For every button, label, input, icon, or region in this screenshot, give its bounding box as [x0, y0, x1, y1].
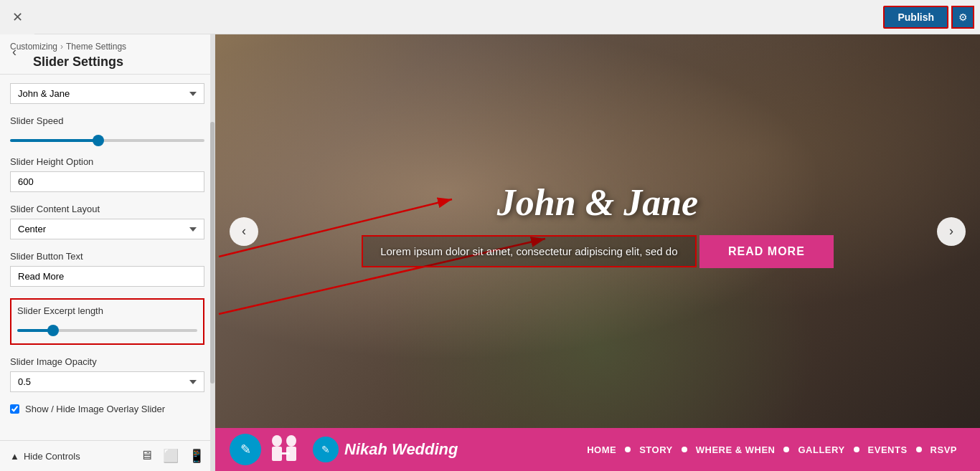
publish-button[interactable]: Publish	[883, 6, 948, 29]
hero-slider: ‹ John & Jane Lorem ipsum dolor sit amet…	[215, 34, 980, 428]
hide-controls-label: Hide Controls	[24, 451, 80, 462]
show-overlay-section: Show / Hide Image Overlay Slider	[10, 404, 204, 414]
svg-point-5	[286, 435, 296, 447]
slider-image-opacity-dropdown[interactable]: 0.10.20.30.4 0.5 0.60.70.80.91.0	[10, 371, 204, 392]
hero-title: John & Jane	[362, 181, 834, 224]
nav-link-story[interactable]: STORY	[631, 444, 682, 455]
sidebar-scrollbar-thumb	[210, 122, 215, 384]
nav-dot-4	[854, 447, 859, 452]
slider-image-opacity-label: Slider Image Opacity	[10, 356, 204, 367]
nav-dot-5	[916, 447, 922, 452]
hero-background: ‹ John & Jane Lorem ipsum dolor sit amet…	[215, 34, 980, 428]
slider-content-layout-section: Slider Content Layout Center Left Right	[10, 204, 204, 239]
slider-image-opacity-section: Slider Image Opacity 0.10.20.30.4 0.5 0.…	[10, 356, 204, 392]
preview-area: ‹ John & Jane Lorem ipsum dolor sit amet…	[215, 34, 980, 471]
main-layout: ‹ Customizing › Theme Settings Slider Se…	[0, 34, 980, 471]
nav-link-home[interactable]: HOME	[578, 444, 625, 455]
nav-gallery-label: GALLERY	[798, 444, 844, 455]
hero-read-more-button[interactable]: Read More	[699, 235, 834, 268]
slider-content-layout-label: Slider Content Layout	[10, 204, 204, 214]
hero-excerpt-box: Lorem ipsum dolor sit amet, consectetur …	[362, 235, 696, 267]
top-bar: ✕ Publish ⚙	[0, 0, 980, 34]
nav-rsvp-label: RSVP	[930, 444, 957, 455]
nav-dot-1	[625, 447, 631, 452]
nav-logo-icon2[interactable]: ✎	[313, 437, 339, 462]
slider-button-text-section: Slider Button Text	[10, 251, 204, 287]
svg-rect-7	[281, 452, 290, 455]
nav-brand-name: Nikah Wedding	[344, 440, 458, 459]
svg-point-3	[272, 435, 282, 447]
slider-speed-label: Slider Speed	[10, 115, 204, 126]
slider-button-text-input[interactable]	[10, 266, 204, 287]
gear-button[interactable]: ⚙	[951, 6, 974, 29]
nav-events-label: EVENTS	[868, 444, 908, 455]
slider-speed-input[interactable]	[10, 139, 204, 142]
close-button[interactable]: ✕	[0, 0, 34, 34]
slider-height-section: Slider Height Option	[10, 156, 204, 192]
nav-link-where-when[interactable]: WHERE & WHEN	[687, 444, 784, 455]
show-overlay-row: Show / Hide Image Overlay Slider	[10, 404, 204, 414]
slider-next-button[interactable]: ›	[937, 217, 966, 246]
show-overlay-label: Show / Hide Image Overlay Slider	[25, 404, 165, 414]
bottom-navbar: ✎ ✎ Nikah Wedding	[215, 428, 980, 471]
sidebar-back-button[interactable]: ‹	[0, 34, 29, 69]
hero-content: John & Jane Lorem ipsum dolor sit amet, …	[362, 181, 834, 282]
nav-story-label: STORY	[639, 444, 673, 455]
breadcrumb: Customizing › Theme Settings	[10, 42, 204, 52]
sidebar: ‹ Customizing › Theme Settings Slider Se…	[0, 34, 215, 471]
sidebar-scroll[interactable]: John & Jane Slide 2 Slide 3 Slider Speed…	[0, 75, 215, 440]
nav-link-events[interactable]: EVENTS	[859, 444, 916, 455]
nav-home-label: HOME	[587, 444, 616, 455]
slider-excerpt-section: Slider Excerpt length	[10, 298, 204, 345]
nav-dot-3	[783, 447, 789, 452]
breadcrumb-current: Theme Settings	[66, 42, 126, 52]
hide-controls-icon: ▲	[10, 451, 19, 462]
sidebar-footer: ▲ Hide Controls 🖥 ⬜ 📱	[0, 440, 215, 471]
nav-link-gallery[interactable]: GALLERY	[789, 444, 853, 455]
slider-button-text-label: Slider Button Text	[10, 251, 204, 262]
slider-speed-track	[10, 132, 204, 145]
slider-excerpt-input[interactable]	[17, 329, 197, 332]
nav-logo-figure	[264, 434, 307, 465]
hero-excerpt-text: Lorem ipsum dolor sit amet, consectetur …	[380, 245, 677, 257]
nav-dot-2	[682, 447, 687, 452]
sidebar-header: ‹ Customizing › Theme Settings Slider Se…	[0, 34, 215, 75]
slide-selector-dropdown[interactable]: John & Jane Slide 2 Slide 3	[10, 83, 204, 104]
sidebar-title: Slider Settings	[10, 54, 204, 70]
device-icons: 🖥 ⬜ 📱	[140, 448, 204, 464]
slider-excerpt-label: Slider Excerpt length	[17, 305, 197, 316]
show-overlay-checkbox[interactable]	[10, 404, 19, 414]
slider-height-input[interactable]	[10, 171, 204, 192]
nav-logo-icon1[interactable]: ✎	[230, 434, 261, 465]
breadcrumb-separator: ›	[60, 42, 63, 52]
publish-area: Publish ⚙	[883, 6, 974, 29]
desktop-icon[interactable]: 🖥	[140, 448, 153, 464]
slide-selector-section: John & Jane Slide 2 Slide 3	[10, 83, 204, 104]
slider-content-layout-dropdown[interactable]: Center Left Right	[10, 219, 204, 239]
hide-controls-button[interactable]: ▲ Hide Controls	[10, 451, 80, 462]
slider-excerpt-track	[17, 322, 197, 335]
nav-links: HOME STORY WHERE & WHEN GALLERY EVENTS	[578, 444, 966, 455]
nav-logo-area: ✎ ✎ Nikah Wedding	[230, 434, 458, 465]
mobile-icon[interactable]: 📱	[189, 448, 204, 464]
tablet-icon[interactable]: ⬜	[163, 448, 179, 464]
slider-prev-button[interactable]: ‹	[230, 217, 258, 246]
nav-link-rsvp[interactable]: RSVP	[922, 444, 966, 455]
svg-rect-4	[272, 447, 282, 461]
slider-speed-section: Slider Speed	[10, 115, 204, 145]
slider-height-label: Slider Height Option	[10, 156, 204, 167]
sidebar-scrollbar[interactable]	[210, 34, 215, 471]
nav-where-when-label: WHERE & WHEN	[696, 444, 776, 455]
